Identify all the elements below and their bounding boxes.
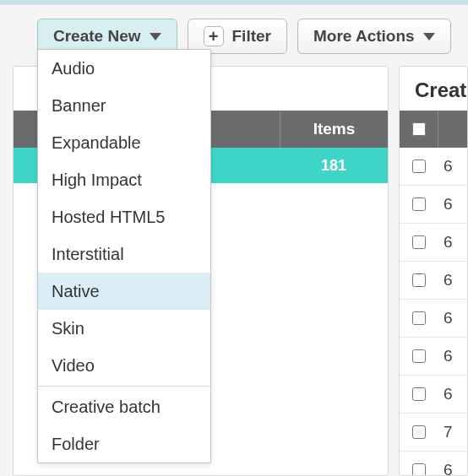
row-value: 6 — [438, 347, 467, 365]
chevron-down-icon — [423, 33, 435, 41]
menu-separator — [38, 386, 210, 387]
row-value: 6 — [438, 157, 467, 176]
table-row[interactable]: 7 — [400, 414, 467, 452]
more-actions-label: More Actions — [313, 27, 415, 46]
row-value: 6 — [438, 385, 467, 403]
row-value: 6 — [438, 271, 467, 289]
row-value: 7 — [438, 423, 467, 441]
items-cell: 181 — [280, 148, 388, 183]
row-checkbox[interactable] — [412, 387, 426, 401]
row-checkbox[interactable] — [412, 235, 426, 249]
table-row[interactable]: 6 — [400, 262, 467, 300]
chevron-down-icon — [150, 33, 161, 41]
table-row[interactable]: 6 — [400, 186, 467, 224]
table-row[interactable]: 6 — [400, 300, 467, 338]
row-checkbox[interactable] — [412, 197, 426, 211]
row-checkbox[interactable] — [412, 425, 426, 439]
table-row[interactable]: 6 — [400, 338, 467, 376]
row-value: 6 — [438, 309, 467, 327]
table-row[interactable]: 6 — [400, 148, 467, 186]
menu-item-banner[interactable]: Banner — [38, 87, 210, 124]
col-items-header: Items — [280, 111, 388, 148]
filter-label: Filter — [232, 27, 271, 46]
right-pane: Creat 666666676 — [399, 66, 468, 476]
menu-item-audio[interactable]: Audio — [38, 50, 210, 87]
menu-item-video[interactable]: Video — [38, 347, 210, 384]
select-all-checkbox[interactable] — [412, 122, 426, 136]
table-row[interactable]: 6 — [400, 224, 467, 262]
menu-item-skin[interactable]: Skin — [38, 310, 210, 347]
menu-item-hosted-html5[interactable]: Hosted HTML5 — [38, 198, 210, 235]
row-checkbox[interactable] — [412, 463, 426, 476]
row-value: 6 — [438, 461, 467, 476]
row-value: 6 — [438, 195, 467, 214]
create-new-label: Create New — [53, 27, 141, 46]
menu-item-expandable[interactable]: Expandable — [38, 124, 210, 161]
menu-item-native[interactable]: Native — [38, 273, 210, 310]
row-value: 6 — [438, 233, 467, 252]
row-checkbox[interactable] — [412, 349, 426, 363]
table-row[interactable]: 6 — [400, 376, 467, 414]
row-checkbox[interactable] — [412, 311, 426, 325]
menu-item-interstitial[interactable]: Interstitial — [38, 235, 210, 273]
menu-item-high-impact[interactable]: High Impact — [38, 161, 210, 198]
menu-item-creative-batch[interactable]: Creative batch — [38, 388, 210, 425]
row-checkbox[interactable] — [412, 273, 426, 287]
right-table-header — [400, 111, 467, 148]
more-actions-button[interactable]: More Actions — [297, 19, 451, 54]
create-new-dropdown: AudioBannerExpandableHigh ImpactHosted H… — [37, 49, 211, 463]
plus-icon: + — [204, 26, 224, 46]
right-pane-title: Creat — [400, 67, 467, 111]
row-checkbox[interactable] — [412, 160, 426, 173]
menu-item-folder[interactable]: Folder — [38, 425, 210, 462]
table-row[interactable]: 6 — [400, 452, 467, 476]
